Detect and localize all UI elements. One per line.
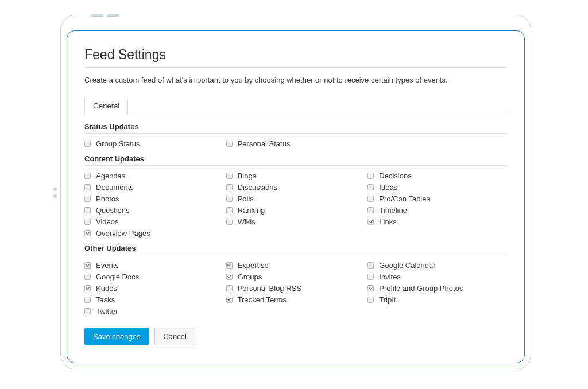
checkbox-label[interactable]: TripIt: [379, 295, 396, 304]
other-updates-grid: EventsGoogle DocsKudosTasksTwitter Exper…: [84, 260, 507, 316]
checkbox-label[interactable]: Expertise: [238, 261, 269, 270]
checkbox-label[interactable]: Twitter: [96, 307, 118, 316]
page-title: Feed Settings: [84, 47, 507, 63]
device-frame: Feed Settings Create a custom feed of wh…: [60, 15, 531, 369]
checkbox[interactable]: [84, 274, 91, 280]
save-button[interactable]: Save changes: [84, 328, 149, 345]
checkbox-label[interactable]: Photos: [96, 194, 119, 203]
checkbox[interactable]: [84, 230, 91, 236]
status-updates-grid: Group Status Personal Status: [84, 138, 507, 149]
title-divider: [84, 67, 507, 68]
device-side-buttons: [53, 188, 57, 198]
checkbox-label[interactable]: Discussions: [238, 183, 277, 192]
checkbox-label[interactable]: Google Calendar: [379, 261, 435, 270]
checkbox-item: Tracked Terms: [226, 294, 366, 305]
checkbox[interactable]: [226, 297, 233, 303]
checkbox[interactable]: [84, 184, 91, 190]
checkbox-label[interactable]: Videos: [96, 217, 119, 226]
status-col-3: [368, 138, 507, 149]
checkbox-item: Kudos: [84, 283, 224, 293]
checkbox-label[interactable]: Agendas: [96, 172, 125, 180]
checkbox[interactable]: [368, 285, 374, 291]
checkbox-item: Photos: [84, 193, 224, 204]
checkbox-label[interactable]: Google Docs: [96, 273, 139, 281]
checkbox-label[interactable]: Pro/Con Tables: [379, 194, 430, 203]
checkbox[interactable]: [84, 207, 91, 213]
checkbox[interactable]: [84, 308, 91, 314]
button-row: Save changes Cancel: [84, 328, 507, 345]
checkbox-item: Tasks: [84, 294, 224, 305]
checkbox[interactable]: [368, 219, 374, 225]
checkbox-label[interactable]: Timeline: [379, 206, 407, 215]
checkbox[interactable]: [368, 184, 374, 190]
checkbox-label[interactable]: Decisions: [379, 172, 411, 180]
checkbox-item: Events: [84, 260, 224, 270]
page-description: Create a custom feed of what's important…: [84, 76, 507, 84]
checkbox-label[interactable]: Personal Blog RSS: [238, 284, 301, 293]
checkbox[interactable]: [84, 297, 91, 303]
checkbox-label[interactable]: Events: [96, 261, 119, 270]
checkbox[interactable]: [368, 207, 374, 213]
checkbox[interactable]: [84, 141, 91, 147]
checkbox[interactable]: [226, 262, 233, 269]
checkbox-label[interactable]: Links: [379, 217, 396, 226]
section-content-title: Content Updates: [84, 154, 507, 166]
checkbox[interactable]: [368, 196, 374, 202]
checkbox[interactable]: [84, 173, 91, 179]
checkbox-item: TripIt: [368, 294, 507, 305]
checkbox[interactable]: [368, 173, 374, 179]
checkbox-item: Expertise: [226, 260, 366, 270]
other-col-3: Google CalendarInvitesProfile and Group …: [368, 260, 507, 316]
checkbox-label[interactable]: Tracked Terms: [238, 295, 287, 304]
cancel-button[interactable]: Cancel: [154, 328, 195, 345]
checkbox-item: Invites: [368, 271, 507, 282]
checkbox-item: Videos: [84, 216, 224, 227]
section-status-title: Status Updates: [84, 122, 507, 134]
checkbox[interactable]: [368, 262, 374, 269]
checkbox[interactable]: [226, 173, 233, 179]
checkbox[interactable]: [226, 196, 233, 202]
checkbox-label[interactable]: Ideas: [379, 183, 397, 192]
checkbox[interactable]: [84, 196, 91, 202]
checkbox[interactable]: [226, 285, 233, 291]
checkbox-label[interactable]: Profile and Group Photos: [379, 284, 463, 293]
checkbox[interactable]: [226, 184, 233, 190]
checkbox-item: Twitter: [84, 306, 224, 316]
checkbox-item: Links: [368, 216, 507, 227]
checkbox-label[interactable]: Invites: [379, 273, 401, 281]
screen: Feed Settings Create a custom feed of wh…: [67, 30, 525, 363]
checkbox-item: Polls: [226, 193, 366, 204]
device-notches: [91, 14, 119, 17]
checkbox-label[interactable]: Polls: [238, 194, 254, 203]
checkbox[interactable]: [84, 262, 91, 269]
checkbox[interactable]: [226, 207, 233, 213]
checkbox[interactable]: [368, 274, 374, 280]
tab-general[interactable]: General: [84, 98, 128, 114]
checkbox-label[interactable]: Wikis: [238, 217, 256, 226]
checkbox-item: Blogs: [226, 170, 366, 181]
checkbox-label[interactable]: Personal Status: [238, 139, 291, 148]
checkbox-label[interactable]: Ranking: [238, 206, 265, 215]
checkbox-item: Google Docs: [84, 271, 224, 282]
checkbox[interactable]: [226, 219, 233, 225]
checkbox-item: Agendas: [84, 170, 224, 181]
status-col-2: Personal Status: [226, 138, 366, 149]
checkbox-label[interactable]: Tasks: [96, 295, 115, 304]
checkbox[interactable]: [84, 219, 91, 225]
checkbox[interactable]: [84, 285, 91, 291]
checkbox-item: Timeline: [368, 205, 507, 215]
checkbox-label[interactable]: Overview Pages: [96, 229, 150, 238]
status-col-1: Group Status: [84, 138, 224, 149]
checkbox-label[interactable]: Kudos: [96, 284, 117, 293]
checkbox-label[interactable]: Documents: [96, 183, 134, 192]
checkbox-label[interactable]: Questions: [96, 206, 130, 215]
checkbox[interactable]: [368, 297, 374, 303]
checkbox-label[interactable]: Group Status: [96, 139, 140, 148]
checkbox[interactable]: [226, 141, 233, 147]
checkbox-item: Ideas: [368, 182, 507, 192]
checkbox[interactable]: [226, 274, 233, 280]
content-updates-grid: AgendasDocumentsPhotosQuestionsVideosOve…: [84, 170, 507, 238]
checkbox-label[interactable]: Blogs: [238, 172, 257, 180]
checkbox-label[interactable]: Groups: [238, 273, 262, 281]
checkbox-item: Ranking: [226, 205, 366, 215]
